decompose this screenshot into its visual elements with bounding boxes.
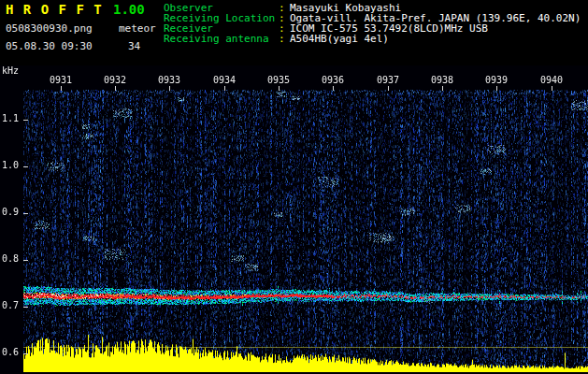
app-version: 1.00 (113, 2, 145, 17)
freq-axis-unit: kHz (2, 66, 19, 76)
info-row-antenna: Receiving antenna : A504HB(yagi 4el) (164, 34, 581, 44)
info-value: A504HB(yagi 4el) (290, 34, 389, 44)
time-tick-label: 0933 (155, 76, 183, 85)
observation-mode: meteor (119, 22, 156, 35)
time-tick-label: 0937 (374, 76, 402, 85)
time-tick-label: 0932 (101, 76, 129, 85)
output-filename: 0508300930.png (6, 22, 93, 35)
hrofft-window: H R O F F T 1.00 0508300930.png meteor 0… (0, 0, 588, 374)
freq-tick-label: 0.6 (0, 348, 19, 357)
freq-tick-label: 0.8 (0, 254, 19, 264)
info-label: Receiving antenna (164, 34, 279, 44)
freq-tick-label: 0.7 (0, 301, 19, 310)
freq-tick-label: 1.1 (0, 114, 19, 123)
freq-tick-label: 0.9 (0, 208, 19, 217)
time-tick-label: 0931 (47, 76, 75, 85)
observation-datetime: 05.08.30 09:30 (6, 40, 93, 52)
echo-count: 34 (128, 40, 140, 52)
time-tick-label: 0940 (538, 76, 566, 85)
time-tick-label: 0939 (482, 76, 510, 85)
info-colon: : (279, 34, 290, 44)
freq-tick-label: 1.0 (0, 161, 19, 170)
station-info: Observer : Masayuki Kobayashi Receiving … (164, 3, 581, 44)
time-tick-label: 0938 (428, 76, 456, 85)
time-tick-label: 0936 (319, 76, 347, 85)
app-title: H R O F F T (6, 2, 103, 17)
time-tick-label: 0935 (265, 76, 293, 85)
spectrogram-canvas (0, 65, 588, 374)
time-tick-label: 0934 (210, 76, 238, 85)
